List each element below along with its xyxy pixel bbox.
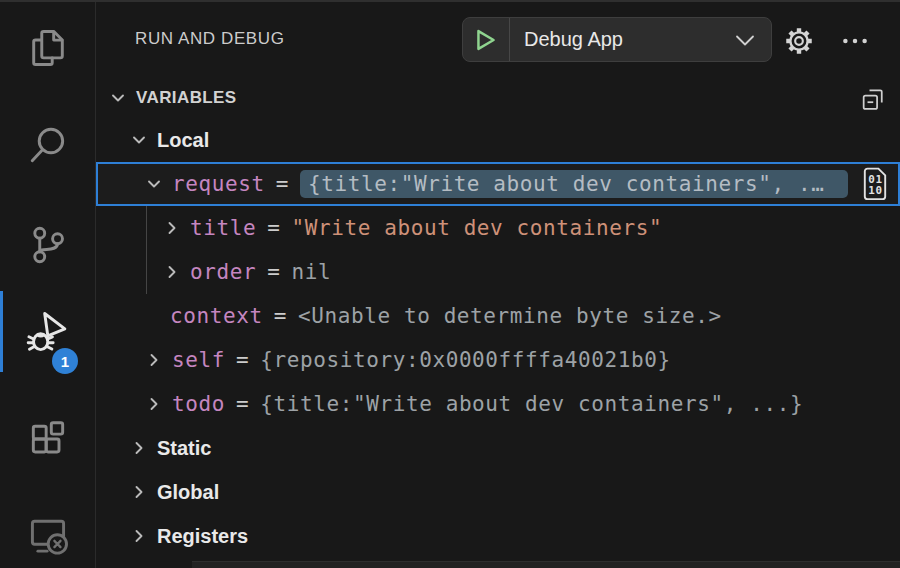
variable-value-highlighted: {title:"Write about dev containers", .… <box>300 170 848 198</box>
svg-text:10: 10 <box>868 184 882 197</box>
variable-row-title[interactable]: title = "Write about dev containers" <box>96 206 900 250</box>
sidebar-item-explorer[interactable] <box>0 20 95 76</box>
variable-name: order <box>190 260 256 284</box>
scope-static[interactable]: Static <box>96 426 900 470</box>
variable-name: title <box>190 216 256 240</box>
variable-name: self <box>172 348 225 372</box>
chevron-right-icon[interactable] <box>129 438 149 458</box>
variables-section-label: VARIABLES <box>136 88 237 108</box>
scope-label: Global <box>157 481 219 504</box>
equals-sign: = <box>274 304 287 328</box>
chevron-down-icon <box>108 88 128 108</box>
more-actions-button[interactable] <box>837 23 873 59</box>
equals-sign: = <box>276 172 289 196</box>
remote-explorer-icon <box>26 513 70 557</box>
panel-title: RUN AND DEBUG <box>135 29 285 49</box>
chevron-right-icon[interactable] <box>129 482 149 502</box>
equals-sign: = <box>267 260 280 284</box>
variable-name: context <box>170 304 263 328</box>
chevron-down-icon[interactable] <box>129 130 149 150</box>
scope-label: Registers <box>157 525 248 548</box>
variable-row-order[interactable]: order = nil <box>96 250 900 294</box>
play-icon <box>475 29 497 51</box>
sidebar-item-run-and-debug[interactable]: 1 <box>0 304 95 360</box>
variables-tree: Local request = {title:"Write about dev … <box>96 118 900 558</box>
chevron-down-icon[interactable] <box>732 27 758 53</box>
variable-name: request <box>172 172 265 196</box>
scope-global[interactable]: Global <box>96 470 900 514</box>
view-binary-data-button[interactable]: 01 10 <box>858 166 892 202</box>
debug-badge: 1 <box>52 348 78 374</box>
sidebar-item-search[interactable] <box>0 117 95 173</box>
debug-config-label: Debug App <box>524 28 732 51</box>
chevron-down-icon[interactable] <box>144 174 164 194</box>
sidebar-item-remote-explorer[interactable] <box>0 507 95 563</box>
start-debug-button[interactable] <box>463 18 510 61</box>
sidebar-item-source-control[interactable] <box>0 217 95 273</box>
variable-row-request[interactable]: request = {title:"Write about dev contai… <box>96 162 900 206</box>
equals-sign: = <box>267 216 280 240</box>
variable-value: nil <box>291 260 331 284</box>
chevron-right-icon[interactable] <box>144 394 164 414</box>
chevron-right-icon[interactable] <box>129 526 149 546</box>
chevron-right-icon[interactable] <box>144 350 164 370</box>
scope-label: Local <box>157 129 209 152</box>
run-and-debug-panel: 1 RUN AND DEBUG <box>0 0 900 568</box>
collapse-all-button[interactable] <box>856 82 890 116</box>
variable-value: {repository:0x0000ffffa40021b0} <box>260 348 671 372</box>
scope-label: Static <box>157 437 211 460</box>
variable-row-todo[interactable]: todo = {title:"Write about dev container… <box>96 382 900 426</box>
variable-row-self[interactable]: self = {repository:0x0000ffffa40021b0} <box>96 338 900 382</box>
ellipsis-icon <box>840 26 870 56</box>
files-icon <box>26 26 70 70</box>
extensions-icon <box>26 418 70 462</box>
chevron-right-icon[interactable] <box>162 262 182 282</box>
search-icon <box>26 123 70 167</box>
equals-sign: = <box>236 392 249 416</box>
panel-top-border <box>0 0 900 2</box>
debug-config-picker[interactable]: Debug App <box>462 17 772 62</box>
variable-name: todo <box>172 392 225 416</box>
scope-local[interactable]: Local <box>96 118 900 162</box>
debug-sidebar: RUN AND DEBUG Debug App <box>96 0 900 568</box>
sidebar-item-extensions[interactable] <box>0 412 95 468</box>
collapse-all-icon <box>859 85 887 113</box>
activity-bar: 1 <box>0 0 96 568</box>
source-control-icon <box>26 223 70 267</box>
next-section-divider <box>192 561 900 568</box>
equals-sign: = <box>236 348 249 372</box>
settings-button[interactable] <box>781 23 817 59</box>
variable-value: {title:"Write about dev containers", ...… <box>260 392 803 416</box>
variable-value: <Unable to determine byte size.> <box>298 304 722 328</box>
gear-icon <box>782 24 816 58</box>
variable-row-context[interactable]: context = <Unable to determine byte size… <box>96 294 900 338</box>
scope-registers[interactable]: Registers <box>96 514 900 558</box>
binary-data-icon: 01 10 <box>860 167 890 201</box>
chevron-right-icon[interactable] <box>162 218 182 238</box>
active-item-indicator <box>0 291 3 372</box>
variable-value-string: "Write about dev containers" <box>291 216 662 240</box>
variables-section-header[interactable]: VARIABLES <box>96 78 900 118</box>
